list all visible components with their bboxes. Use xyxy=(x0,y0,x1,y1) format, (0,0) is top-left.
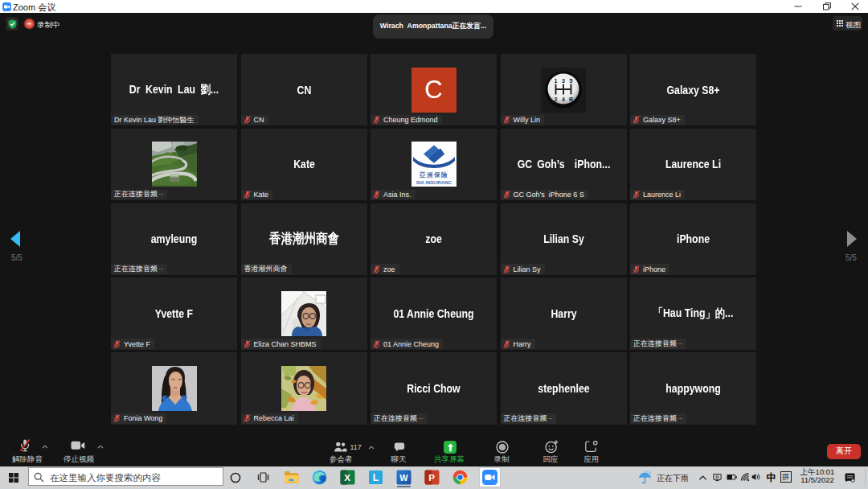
svg-text:2: 2 xyxy=(555,97,558,102)
svg-text:3: 3 xyxy=(562,77,565,83)
svg-text:X: X xyxy=(344,473,350,483)
svg-text:R: R xyxy=(569,97,573,102)
svg-text:1: 1 xyxy=(555,77,558,83)
svg-text:L: L xyxy=(373,472,379,483)
svg-text:4: 4 xyxy=(562,97,565,102)
svg-text:SIA INSURANC: SIA INSURANC xyxy=(416,179,452,185)
svg-text:亞洲保險: 亞洲保險 xyxy=(419,171,448,179)
svg-text:W: W xyxy=(399,473,408,483)
svg-text:P: P xyxy=(428,473,435,483)
svg-text:5: 5 xyxy=(570,77,573,83)
